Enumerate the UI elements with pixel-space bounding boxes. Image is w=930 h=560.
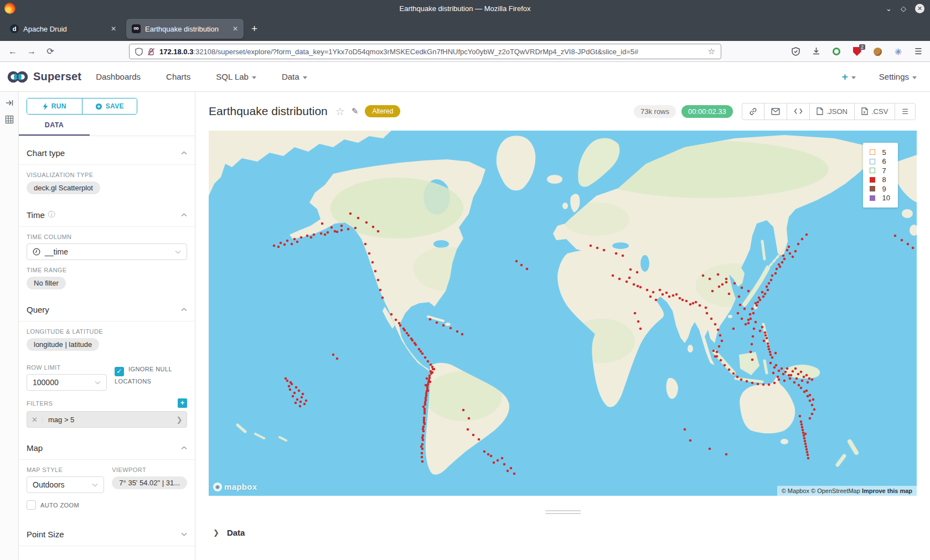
earthquake-point[interactable] <box>728 293 731 295</box>
earthquake-point[interactable] <box>771 274 774 277</box>
earthquake-point[interactable] <box>426 377 428 380</box>
earthquake-point[interactable] <box>786 367 789 370</box>
legend-entry[interactable]: 6 <box>870 157 890 167</box>
earthquake-point[interactable] <box>774 352 777 355</box>
section-chart-type[interactable]: Chart type <box>19 141 195 165</box>
earthquake-point[interactable] <box>720 359 722 362</box>
earthquake-point[interactable] <box>615 252 618 255</box>
menu-icon[interactable]: ☰ <box>913 46 923 56</box>
earthquake-point[interactable] <box>377 279 380 282</box>
earthquake-point[interactable] <box>483 450 486 453</box>
earthquake-point[interactable] <box>421 460 424 463</box>
earthquake-point[interactable] <box>334 230 337 233</box>
earthquake-point[interactable] <box>709 278 711 281</box>
data-panel-toggle[interactable]: ❯ Data <box>195 516 930 537</box>
earthquake-point[interactable] <box>277 246 280 248</box>
tab-data[interactable]: DATA <box>19 121 90 136</box>
legend-entry[interactable]: 10 <box>870 194 890 203</box>
earthquake-point[interactable] <box>293 392 296 395</box>
earthquake-point[interactable] <box>757 301 760 304</box>
tab-earthquake-distribution[interactable]: ∞ Earthquake distribution ✕ <box>126 19 244 39</box>
earthquake-point[interactable] <box>728 369 731 371</box>
earthquake-point[interactable] <box>798 384 800 387</box>
earthquake-point[interactable] <box>395 319 397 322</box>
earthquake-point[interactable] <box>807 381 809 384</box>
earthquake-point[interactable] <box>718 345 721 348</box>
new-tab-button[interactable]: + <box>251 23 257 35</box>
earthquake-point[interactable] <box>431 366 434 369</box>
earthquake-point[interactable] <box>349 212 352 215</box>
tab-close-icon[interactable]: ✕ <box>232 25 238 33</box>
earthquake-point[interactable] <box>685 300 688 303</box>
earthquake-point[interactable] <box>792 370 794 373</box>
earthquake-point[interactable] <box>332 354 335 356</box>
earthquake-point[interactable] <box>423 417 426 419</box>
earthquake-point[interactable] <box>808 377 811 380</box>
earthquake-point[interactable] <box>461 333 464 336</box>
earthquake-point[interactable] <box>633 283 636 286</box>
section-time[interactable]: Timeⓘ <box>19 202 195 227</box>
earthquake-point[interactable] <box>811 404 814 407</box>
earthquake-point[interactable] <box>761 326 764 329</box>
earthquake-point[interactable] <box>774 272 777 275</box>
earthquake-point[interactable] <box>424 403 427 406</box>
earthquake-point[interactable] <box>422 426 425 428</box>
earthquake-point[interactable] <box>421 456 423 459</box>
section-point-size[interactable]: Point Size <box>19 522 195 546</box>
earthquake-point[interactable] <box>456 330 459 333</box>
earthquake-point[interactable] <box>649 295 652 298</box>
earthquake-point[interactable] <box>699 304 701 307</box>
earthquake-point[interactable] <box>689 303 692 306</box>
earthquake-point[interactable] <box>783 258 786 261</box>
earthquake-point[interactable] <box>766 286 768 288</box>
earthquake-point[interactable] <box>421 352 424 355</box>
earthquake-point[interactable] <box>425 399 427 402</box>
earthquake-point[interactable] <box>706 312 709 315</box>
earthquake-point[interactable] <box>803 437 806 440</box>
earthquake-point[interactable] <box>747 290 750 293</box>
earthquake-point[interactable] <box>804 443 807 445</box>
earthquake-point[interactable] <box>702 274 705 277</box>
earthquake-point[interactable] <box>801 380 804 382</box>
earthquake-point[interactable] <box>302 393 304 396</box>
url-input[interactable]: 172.18.0.3:32108/superset/explore/?form_… <box>129 44 721 59</box>
export-csv-button[interactable]: .CSV <box>854 103 895 120</box>
earthquake-point[interactable] <box>799 415 802 418</box>
earthquake-point[interactable] <box>430 364 432 366</box>
earthquake-point[interactable] <box>710 318 713 320</box>
forward-button[interactable]: → <box>22 46 41 56</box>
earthquake-point[interactable] <box>738 295 741 298</box>
earthquake-point[interactable] <box>766 337 768 340</box>
earthquake-point[interactable] <box>797 243 800 246</box>
earthquake-point[interactable] <box>622 255 624 257</box>
earthquake-point[interactable] <box>692 302 695 305</box>
earthquake-point[interactable] <box>285 377 287 380</box>
earthquake-point[interactable] <box>778 378 781 381</box>
email-button[interactable] <box>764 103 787 120</box>
earthquake-point[interactable] <box>490 455 493 458</box>
earthquake-point[interactable] <box>292 395 294 398</box>
earthquake-point[interactable] <box>805 448 808 451</box>
earthquake-point[interactable] <box>743 308 746 310</box>
earthquake-point[interactable] <box>762 383 765 386</box>
earthquake-point[interactable] <box>784 371 787 374</box>
earthquake-point[interactable] <box>371 261 374 264</box>
earthquake-point[interactable] <box>762 295 765 298</box>
earthquake-point[interactable] <box>805 374 808 377</box>
earthquake-point[interactable] <box>423 412 426 415</box>
earthquake-point[interactable] <box>321 222 324 225</box>
earthquake-point[interactable] <box>782 373 785 376</box>
viz-type-value[interactable]: deck.gl Scatterplot <box>27 182 100 194</box>
earthquake-point[interactable] <box>788 246 790 248</box>
earthquake-point[interactable] <box>340 229 343 232</box>
earthquake-point[interactable] <box>510 467 513 470</box>
earthquake-point[interactable] <box>755 321 757 324</box>
earthquake-point[interactable] <box>596 247 599 250</box>
earthquake-point[interactable] <box>747 319 750 322</box>
earthquake-point[interactable] <box>637 320 640 323</box>
earthquake-point[interactable] <box>812 398 815 401</box>
earthquake-point[interactable] <box>374 270 377 273</box>
earthquake-point[interactable] <box>626 281 628 283</box>
earthquake-point[interactable] <box>695 301 698 304</box>
earthquake-point[interactable] <box>372 226 375 229</box>
